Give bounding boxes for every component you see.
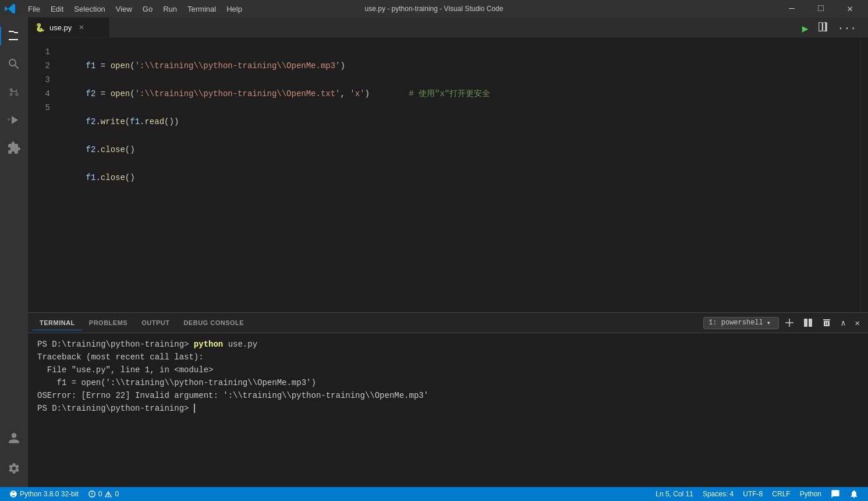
activity-explorer[interactable] bbox=[0, 22, 28, 50]
line-number-1: 1 bbox=[28, 45, 50, 59]
line-numbers: 1 2 3 4 5 bbox=[28, 38, 57, 312]
status-errors[interactable]: 0 0 bbox=[83, 487, 123, 501]
split-terminal-button[interactable] bbox=[800, 316, 816, 330]
line-number-5: 5 bbox=[28, 101, 50, 115]
menu-view[interactable]: View bbox=[111, 2, 137, 16]
tab-filename: use.py bbox=[49, 23, 72, 32]
search-icon bbox=[7, 57, 21, 71]
code-line-5: f1.close() bbox=[66, 171, 851, 185]
run-debug-icon bbox=[7, 113, 21, 127]
panel-tab-terminal[interactable]: TERMINAL bbox=[33, 316, 82, 330]
tab-close-button[interactable]: ✕ bbox=[76, 22, 87, 33]
window-title: use.py - python-training - Visual Studio… bbox=[365, 5, 504, 13]
maximize-button[interactable]: □ bbox=[807, 0, 834, 17]
panel-tab-bar: TERMINAL PROBLEMS OUTPUT DEBUG CONSOLE 1… bbox=[28, 313, 868, 333]
accounts-icon bbox=[8, 432, 20, 444]
status-feedback[interactable] bbox=[826, 489, 845, 499]
terminal-line-5: OSError: [Errno 22] Invalid argument: ':… bbox=[37, 389, 859, 402]
error-count: 0 bbox=[98, 490, 102, 498]
extensions-icon bbox=[7, 141, 21, 155]
split-editor-button[interactable] bbox=[816, 19, 831, 37]
shell-selector[interactable]: 1: powershell ▾ bbox=[703, 317, 779, 329]
svg-rect-0 bbox=[804, 319, 807, 327]
python-file-icon: 🐍 bbox=[35, 23, 45, 32]
titlebar-controls: — □ ✕ bbox=[778, 0, 863, 17]
warning-count: 0 bbox=[115, 490, 119, 498]
terminal-line-1: PS D:\training\python-training> python u… bbox=[37, 338, 859, 351]
activity-run-debug[interactable] bbox=[0, 106, 28, 134]
python-status-icon bbox=[9, 490, 17, 498]
code-line-2: f2 = open(':\\training\\python-training\… bbox=[66, 87, 851, 101]
feedback-icon bbox=[831, 489, 840, 499]
panel-tab-output[interactable]: OUTPUT bbox=[134, 316, 176, 330]
warning-icon bbox=[104, 490, 112, 498]
code-content: f1 = open(':\\training\\python-training\… bbox=[57, 38, 860, 312]
terminal-line-6: PS D:\training\python-training> bbox=[37, 402, 859, 415]
more-actions-button[interactable]: ··· bbox=[835, 20, 859, 37]
panel-tab-problems[interactable]: PROBLEMS bbox=[82, 316, 134, 330]
code-line-1: f1 = open(':\\training\\python-training\… bbox=[66, 59, 851, 73]
status-language[interactable]: Python bbox=[795, 490, 826, 498]
panel-tab-debug-console[interactable]: DEBUG CONSOLE bbox=[176, 316, 251, 330]
terminal-line-2: Traceback (most recent call last): bbox=[37, 351, 859, 364]
activity-settings[interactable] bbox=[0, 454, 28, 482]
status-line-col[interactable]: Ln 5, Col 11 bbox=[651, 490, 698, 498]
status-bar: Python 3.8.0 32-bit 0 0 Ln 5, Col 11 Spa… bbox=[0, 487, 868, 501]
terminal-panel: TERMINAL PROBLEMS OUTPUT DEBUG CONSOLE 1… bbox=[28, 312, 868, 487]
terminal-cursor bbox=[194, 404, 195, 413]
status-bell[interactable] bbox=[845, 489, 863, 499]
line-number-3: 3 bbox=[28, 73, 50, 87]
terminal-content[interactable]: PS D:\training\python-training> python u… bbox=[28, 333, 868, 487]
title-bar: File Edit Selection View Go Run Terminal… bbox=[0, 0, 868, 17]
status-spaces[interactable]: Spaces: 4 bbox=[698, 490, 738, 498]
minimap bbox=[860, 38, 868, 312]
shell-label: 1: powershell bbox=[708, 319, 763, 327]
terminal-line-3: File "use.py", line 1, in <module> bbox=[37, 364, 859, 376]
status-line-ending[interactable]: CRLF bbox=[767, 490, 795, 498]
python-version-label: Python 3.8.0 32-bit bbox=[20, 490, 79, 498]
close-button[interactable]: ✕ bbox=[837, 0, 863, 17]
terminal-line-4: f1 = open(':\\training\\python-training\… bbox=[37, 376, 859, 389]
code-line-3: f2.write(f1.read()) bbox=[66, 115, 851, 129]
status-encoding[interactable]: UTF-8 bbox=[738, 490, 767, 498]
menu-terminal[interactable]: Terminal bbox=[183, 2, 221, 16]
new-terminal-button[interactable] bbox=[781, 316, 798, 330]
settings-gear-icon bbox=[8, 462, 20, 475]
tab-use-py[interactable]: 🐍 use.py ✕ bbox=[28, 17, 109, 37]
menu-help[interactable]: Help bbox=[222, 2, 247, 16]
menu-file[interactable]: File bbox=[23, 2, 45, 16]
main-area: 🐍 use.py ✕ ▶ ··· 1 2 3 4 5 f1 bbox=[0, 17, 868, 487]
editor-area: 🐍 use.py ✕ ▶ ··· 1 2 3 4 5 f1 bbox=[28, 17, 868, 487]
minimize-button[interactable]: — bbox=[778, 0, 805, 17]
menu-selection[interactable]: Selection bbox=[69, 2, 109, 16]
panel-maximize-button[interactable]: ∧ bbox=[837, 316, 849, 330]
menu-run[interactable]: Run bbox=[158, 2, 182, 16]
status-python-version[interactable]: Python 3.8.0 32-bit bbox=[5, 487, 83, 501]
menu-go[interactable]: Go bbox=[138, 2, 157, 16]
menu-bar: File Edit Selection View Go Run Terminal… bbox=[23, 2, 247, 16]
line-number-4: 4 bbox=[28, 87, 50, 101]
shell-dropdown-icon: ▾ bbox=[767, 319, 771, 327]
svg-rect-1 bbox=[809, 319, 812, 327]
line-number-2: 2 bbox=[28, 59, 50, 73]
activity-bottom bbox=[0, 424, 28, 482]
bell-icon bbox=[849, 489, 859, 499]
activity-source-control[interactable] bbox=[0, 78, 28, 106]
error-icon bbox=[88, 490, 96, 498]
vscode-logo-icon bbox=[5, 3, 16, 15]
files-icon bbox=[7, 29, 21, 43]
panel-close-button[interactable]: ✕ bbox=[852, 316, 863, 330]
code-line-4: f2.close() bbox=[66, 143, 851, 157]
activity-accounts[interactable] bbox=[0, 424, 28, 452]
activity-search[interactable] bbox=[0, 50, 28, 78]
status-bar-right: Ln 5, Col 11 Spaces: 4 UTF-8 CRLF Python bbox=[651, 489, 863, 499]
source-control-icon bbox=[7, 85, 21, 99]
panel-controls: 1: powershell ▾ ∧ ✕ bbox=[703, 316, 863, 330]
code-editor[interactable]: 1 2 3 4 5 f1 = open(':\\training\\python… bbox=[28, 38, 868, 312]
activity-extensions[interactable] bbox=[0, 134, 28, 162]
tab-bar: 🐍 use.py ✕ ▶ ··· bbox=[28, 17, 868, 38]
menu-edit[interactable]: Edit bbox=[46, 2, 68, 16]
run-button[interactable]: ▶ bbox=[800, 20, 811, 37]
kill-terminal-button[interactable] bbox=[819, 316, 835, 330]
activity-bar bbox=[0, 17, 28, 487]
